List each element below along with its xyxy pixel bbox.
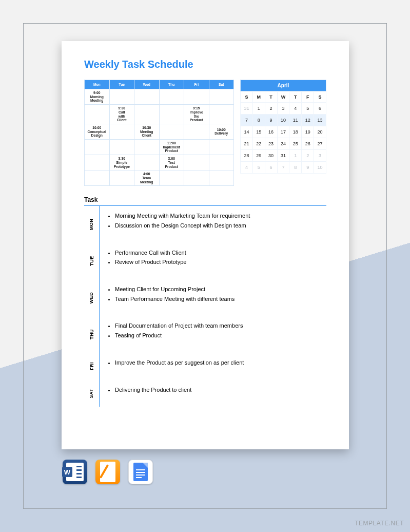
task-items: Final Documentation of Project with team…	[100, 316, 326, 352]
schedule-day-header: Wed	[134, 80, 160, 89]
word-icon[interactable]: W	[63, 460, 87, 484]
month-day: 28	[241, 150, 253, 162]
task-item: Delivering the Product to client	[115, 385, 326, 395]
task-day-label: MON	[84, 206, 100, 242]
schedule-cell	[209, 170, 234, 186]
schedule-cell	[134, 140, 160, 155]
schedule-cell: 10:00Delivery	[209, 124, 234, 139]
month-day: 18	[289, 126, 302, 138]
month-dow: W	[277, 92, 289, 103]
month-dow: T	[265, 92, 277, 103]
month-day: 2	[265, 103, 277, 115]
schedule-cell: 3:30SimplePrototype	[109, 155, 134, 170]
month-day: 10	[277, 115, 289, 126]
schedule-cell	[109, 89, 134, 105]
month-day: 25	[289, 138, 302, 150]
schedule-cell	[184, 140, 209, 155]
schedule-day-header: Sat	[209, 80, 234, 89]
month-day: 29	[252, 150, 265, 162]
task-day-label: WED	[84, 279, 100, 316]
schedule-cell	[159, 105, 184, 124]
schedule-cell	[109, 170, 134, 186]
month-day: 1	[289, 150, 302, 162]
task-block: FRIImprove the Product as per suggestion…	[84, 353, 326, 380]
month-day: 23	[265, 138, 277, 150]
task-items: Meeting Client for Upcoming ProjectTeam …	[100, 279, 326, 316]
schedule-cell	[184, 155, 209, 170]
task-block: TUEPerformance Call with ClientReview of…	[84, 243, 326, 279]
task-item: Review of Product Prototype	[115, 257, 326, 267]
schedule-cell	[209, 155, 234, 170]
month-day: 12	[302, 115, 314, 126]
month-day: 1	[252, 103, 265, 115]
month-dow: M	[252, 92, 265, 103]
schedule-cell	[85, 105, 110, 124]
pages-icon[interactable]	[95, 460, 120, 484]
task-heading: Task	[84, 196, 326, 203]
task-item: Teasing of Product	[115, 331, 326, 340]
task-items: Delivering the Product to client	[100, 380, 326, 407]
schedule-cell	[184, 170, 209, 186]
month-day: 17	[277, 126, 289, 138]
schedule-cell	[184, 124, 209, 139]
task-item: Final Documentation of Project with team…	[115, 321, 326, 331]
schedule-day-header: Fri	[184, 80, 209, 89]
month-day: 5	[252, 162, 265, 174]
top-row: MonTueWedThuFriSat 9:00MorningMeeting9:3…	[84, 80, 326, 186]
month-day: 6	[314, 103, 326, 115]
month-day: 26	[302, 138, 314, 150]
schedule-cell: 9:00MorningMeeting	[85, 89, 110, 105]
task-block: MONMorning Meeting with Marketing Team f…	[84, 206, 326, 242]
month-day: 9	[302, 162, 314, 174]
month-day: 3	[314, 150, 326, 162]
schedule-cell	[159, 89, 184, 105]
month-day: 6	[265, 162, 277, 174]
task-item: Morning Meeting with Marketing Team for …	[115, 211, 326, 221]
month-day: 14	[241, 126, 253, 138]
month-day: 20	[314, 126, 326, 138]
month-day: 10	[314, 162, 326, 174]
month-day: 3	[277, 103, 289, 115]
month-day: 22	[252, 138, 265, 150]
task-day-label: FRI	[84, 353, 100, 380]
month-day: 8	[252, 115, 265, 126]
task-day-label: THU	[84, 316, 100, 352]
task-items: Improve the Product as per suggestion as…	[100, 353, 326, 380]
schedule-cell	[209, 140, 234, 155]
month-day: 30	[265, 150, 277, 162]
task-day-label: SAT	[84, 380, 100, 407]
month-day: 24	[277, 138, 289, 150]
task-item: Improve the Product as per suggestion as…	[115, 358, 326, 368]
task-item: Meeting Client for Upcoming Project	[115, 284, 326, 294]
document-page: Weekly Task Schedule MonTueWedThuFriSat …	[62, 41, 349, 449]
schedule-cell	[159, 170, 184, 186]
task-item: Team Performance Meeting with different …	[115, 294, 326, 304]
month-dow: S	[241, 92, 253, 103]
schedule-cell	[134, 105, 160, 124]
task-block: WEDMeeting Client for Upcoming ProjectTe…	[84, 279, 326, 316]
schedule-cell: 10:30MeetingClient	[134, 124, 160, 139]
schedule-cell: 3:00TestProduct	[159, 155, 184, 170]
schedule-cell: 10:00ConceptualDesign	[85, 124, 110, 139]
month-dow: S	[314, 92, 326, 103]
month-day: 31	[241, 103, 253, 115]
month-day: 19	[302, 126, 314, 138]
month-day: 4	[241, 162, 253, 174]
format-icons-row: W	[63, 460, 153, 484]
month-day: 7	[277, 162, 289, 174]
month-day: 5	[302, 103, 314, 115]
task-items: Performance Call with ClientReview of Pr…	[100, 243, 326, 279]
schedule-table: MonTueWedThuFriSat 9:00MorningMeeting9:3…	[84, 80, 234, 186]
task-list: MONMorning Meeting with Marketing Team f…	[84, 205, 326, 407]
month-name: April	[240, 80, 326, 91]
task-items: Morning Meeting with Marketing Team for …	[100, 206, 326, 242]
google-docs-icon[interactable]	[128, 460, 153, 484]
schedule-cell	[134, 155, 160, 170]
schedule-cell: 4:00TeamMeeting	[134, 170, 160, 186]
schedule-cell	[85, 170, 110, 186]
page-title: Weekly Task Schedule	[84, 59, 326, 70]
schedule-cell	[85, 155, 110, 170]
task-day-label: TUE	[84, 243, 100, 279]
schedule-cell: 9:15ImprovetheProduct	[184, 105, 209, 124]
task-block: THUFinal Documentation of Project with t…	[84, 316, 326, 352]
